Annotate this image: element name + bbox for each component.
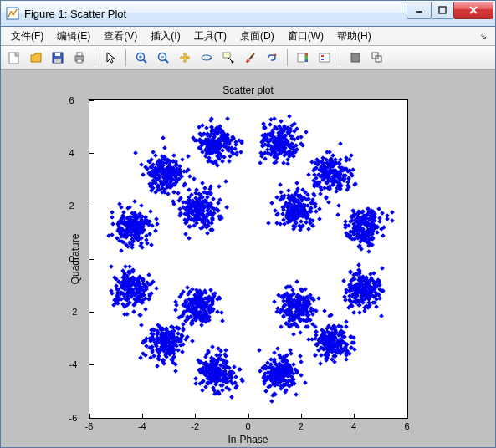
zoom-in-icon[interactable] [131,48,151,68]
hide-plot-tools-icon[interactable] [345,48,366,68]
svg-rect-23 [298,53,304,62]
menu-file[interactable]: 文件(F) [4,28,50,45]
colorbar-icon[interactable] [293,48,313,68]
figure-canvas[interactable]: Scatter plot Quadrature In-Phase -6-4-20… [1,70,495,447]
svg-rect-2 [439,7,446,13]
menu-overflow-icon[interactable]: ⇘ [475,32,492,41]
svg-rect-25 [320,53,330,62]
x-tick-label: -4 [138,421,146,431]
svg-rect-6 [54,59,61,63]
svg-line-11 [143,59,146,63]
svg-rect-8 [77,53,82,56]
zoom-out-icon[interactable] [153,48,173,68]
minimize-button[interactable] [407,2,432,19]
x-tick-label: 0 [245,421,250,431]
print-icon[interactable] [69,48,89,68]
window-controls [407,2,493,18]
link-icon[interactable] [262,48,282,68]
menu-insert[interactable]: 插入(I) [144,28,187,45]
x-tick-label: -2 [191,421,199,431]
menu-tools[interactable]: 工具(T) [187,28,233,45]
y-tick-label: -6 [69,413,78,423]
pointer-icon[interactable] [100,48,120,68]
menu-edit[interactable]: 编辑(E) [50,28,97,45]
figure-window: Figure 1: Scatter Plot 文件(F) 编辑(E) 查看(V)… [0,0,496,448]
window-title: Figure 1: Scatter Plot [24,8,407,20]
toolbar-separator [125,49,126,66]
title-bar[interactable]: Figure 1: Scatter Plot [1,1,495,27]
svg-point-20 [232,61,234,64]
axes-title: Scatter plot [89,84,408,96]
svg-line-15 [165,59,168,63]
y-tick-label: 0 [69,254,74,264]
x-tick-label: 4 [351,421,356,431]
axes-container: Scatter plot Quadrature In-Phase -6-4-20… [89,99,408,419]
pan-icon[interactable] [175,48,195,68]
x-axis-label: In-Phase [89,434,408,445]
x-tick-label: -6 [85,421,94,431]
menu-bar: 文件(F) 编辑(E) 查看(V) 插入(I) 工具(T) 桌面(D) 窗口(W… [1,27,495,46]
menu-desktop[interactable]: 桌面(D) [233,28,281,45]
svg-line-21 [249,53,254,59]
x-tick-label: 6 [404,421,409,431]
show-plot-tools-icon[interactable] [367,48,387,68]
data-cursor-icon[interactable] [218,48,238,68]
x-tick-label: 2 [299,421,304,431]
open-icon[interactable] [26,48,46,68]
legend-icon[interactable] [314,48,335,68]
menu-window[interactable]: 窗口(W) [281,28,330,45]
menu-view[interactable]: 查看(V) [97,28,144,45]
toolbar [1,46,495,70]
toolbar-separator [95,49,95,66]
y-tick-label: -2 [69,307,78,317]
toolbar-separator [340,49,340,66]
y-tick-label: 2 [69,201,74,211]
axes[interactable]: -6-4-20246-6-4-20246 [89,99,408,419]
svg-rect-5 [55,53,60,56]
menu-help[interactable]: 帮助(H) [330,28,378,45]
y-tick-label: 4 [69,148,74,158]
save-icon[interactable] [48,48,68,68]
svg-rect-18 [223,53,230,58]
svg-rect-24 [305,53,308,62]
y-tick-label: -4 [69,359,78,369]
brush-icon[interactable] [240,48,260,68]
matlab-figure-icon [6,7,19,20]
new-figure-icon[interactable] [4,48,24,68]
svg-point-22 [274,54,277,57]
close-button[interactable] [453,2,493,19]
maximize-button[interactable] [431,2,454,19]
rotate3d-icon[interactable] [197,48,217,68]
svg-rect-28 [351,53,360,62]
svg-rect-9 [77,59,82,63]
toolbar-separator [287,49,288,66]
y-tick-label: 6 [69,95,74,105]
